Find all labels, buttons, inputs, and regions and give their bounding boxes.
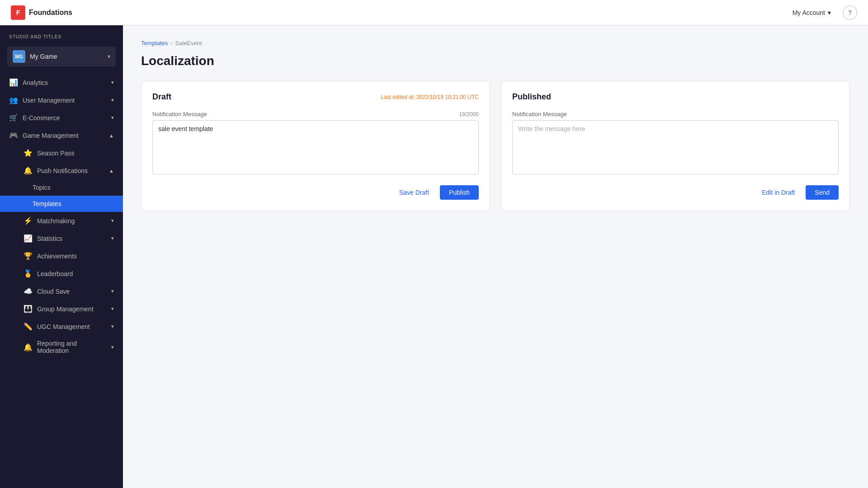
draft-field-label-row: Notification Message 19/2000 [152, 111, 479, 117]
draft-panel: Draft Last edited at: 2022/10/19 10:21:0… [141, 81, 490, 211]
logo-text: Foundations [29, 9, 72, 17]
statistics-arrow-icon: ▾ [111, 235, 114, 241]
published-panel: Published Notification Message Edit in D… [501, 81, 850, 211]
achievements-icon: 🏆 [24, 252, 32, 260]
draft-last-edited: Last edited at: 2022/10/19 10:21:00 UTC [381, 94, 479, 100]
account-chevron-icon: ▾ [828, 9, 831, 16]
sidebar-item-group-management[interactable]: 👪 Group Management ▾ [0, 300, 123, 318]
user-management-arrow-icon: ▾ [111, 97, 114, 103]
edit-in-draft-button[interactable]: Edit in Draft [756, 185, 800, 200]
ugc-management-icon: ✏️ [24, 322, 32, 331]
group-management-arrow-icon: ▾ [111, 306, 114, 312]
ecommerce-arrow-icon: ▾ [111, 115, 114, 121]
draft-panel-header: Draft Last edited at: 2022/10/19 10:21:0… [152, 92, 479, 102]
sidebar-item-statistics[interactable]: 📈 Statistics ▾ [0, 230, 123, 247]
app-body: STUDIO AND TITLES MG My Game ▾ 📊 Analyti… [0, 25, 868, 488]
published-field-label-row: Notification Message [512, 111, 839, 117]
sidebar-item-ecommerce-label: E-Commerce [23, 114, 60, 122]
sidebar-section-label: STUDIO AND TITLES [0, 25, 123, 43]
draft-notification-message-label: Notification Message [152, 111, 207, 117]
sidebar-item-push-notifications-label: Push Notifications [37, 167, 88, 174]
matchmaking-icon: ⚡ [24, 216, 32, 225]
sidebar-item-push-notifications[interactable]: 🔔 Push Notifications ▲ [0, 162, 123, 179]
sidebar-item-ecommerce[interactable]: 🛒 E-Commerce ▾ [0, 109, 123, 127]
reporting-icon: 🔔 [24, 343, 32, 352]
breadcrumb-current: SaleEvent [175, 40, 202, 47]
ecommerce-icon: 🛒 [9, 113, 17, 122]
published-message-textarea[interactable] [512, 120, 839, 174]
user-management-icon: 👥 [9, 96, 17, 104]
leaderboard-icon: 🥇 [24, 269, 32, 278]
sidebar-item-templates-label: Templates [33, 200, 61, 207]
sidebar-item-ugc-management-label: UGC Management [37, 323, 90, 330]
sidebar-item-analytics[interactable]: 📊 Analytics ▾ [0, 74, 123, 91]
ugc-management-arrow-icon: ▾ [111, 324, 114, 329]
page-title: Localization [141, 54, 850, 68]
sidebar-item-user-management[interactable]: 👥 User Management ▾ [0, 91, 123, 109]
sidebar-item-cloud-save-label: Cloud Save [37, 288, 70, 295]
game-management-arrow-icon: ▲ [109, 133, 114, 138]
sidebar-item-topics-label: Topics [33, 184, 51, 191]
sidebar-item-leaderboard[interactable]: 🥇 Leaderboard [0, 265, 123, 282]
cloud-save-arrow-icon: ▾ [111, 288, 114, 294]
sidebar-item-matchmaking[interactable]: ⚡ Matchmaking ▾ [0, 212, 123, 230]
analytics-icon: 📊 [9, 78, 17, 87]
sidebar-item-templates[interactable]: Templates [0, 196, 123, 212]
publish-button[interactable]: Publish [440, 185, 479, 200]
sidebar-item-reporting[interactable]: 🔔 Reporting and Moderation ▾ [0, 335, 123, 359]
sidebar-item-game-management-label: Game Management [23, 132, 79, 139]
topbar-left: F Foundations [11, 5, 72, 20]
push-notifications-icon: 🔔 [24, 166, 32, 175]
sidebar: STUDIO AND TITLES MG My Game ▾ 📊 Analyti… [0, 25, 123, 488]
sidebar-item-season-pass[interactable]: ⭐ Season Pass [0, 144, 123, 162]
game-name: My Game [30, 53, 103, 60]
reporting-arrow-icon: ▾ [111, 344, 114, 350]
game-management-icon: 🎮 [9, 131, 17, 140]
sidebar-item-leaderboard-label: Leaderboard [37, 270, 73, 277]
season-pass-icon: ⭐ [24, 149, 32, 157]
sidebar-item-cloud-save[interactable]: ☁️ Cloud Save ▾ [0, 282, 123, 300]
panels: Draft Last edited at: 2022/10/19 10:21:0… [141, 81, 850, 211]
sidebar-item-user-management-label: User Management [23, 97, 75, 104]
draft-message-textarea[interactable]: sale event template [152, 120, 479, 174]
game-selector[interactable]: MG My Game ▾ [7, 47, 116, 66]
sidebar-item-group-management-label: Group Management [37, 305, 94, 313]
sidebar-item-game-management[interactable]: 🎮 Game Management ▲ [0, 127, 123, 144]
published-panel-title: Published [512, 92, 551, 102]
draft-char-count: 19/2000 [459, 111, 479, 117]
help-button[interactable]: ? [843, 5, 857, 20]
matchmaking-arrow-icon: ▾ [111, 218, 114, 224]
push-notifications-arrow-icon: ▲ [109, 168, 114, 174]
sidebar-item-reporting-label: Reporting and Moderation [37, 340, 106, 354]
breadcrumb-separator: › [170, 40, 172, 47]
game-avatar: MG [13, 50, 25, 63]
breadcrumb: Templates › SaleEvent [141, 40, 850, 47]
sidebar-item-achievements[interactable]: 🏆 Achievements [0, 247, 123, 265]
logo-icon: F [11, 5, 25, 20]
sidebar-item-achievements-label: Achievements [37, 253, 77, 260]
analytics-arrow-icon: ▾ [111, 80, 114, 85]
breadcrumb-parent[interactable]: Templates [141, 40, 168, 47]
account-label: My Account [793, 9, 825, 16]
sidebar-item-topics[interactable]: Topics [0, 179, 123, 196]
topbar-right: My Account ▾ ? [788, 5, 857, 20]
sidebar-item-analytics-label: Analytics [23, 79, 48, 86]
main-content: Templates › SaleEvent Localization Draft… [123, 25, 868, 488]
draft-panel-title: Draft [152, 92, 171, 102]
sidebar-item-ugc-management[interactable]: ✏️ UGC Management ▾ [0, 318, 123, 335]
save-draft-button[interactable]: Save Draft [394, 185, 434, 200]
help-icon: ? [848, 9, 852, 16]
account-button[interactable]: My Account ▾ [788, 6, 835, 19]
published-panel-header: Published [512, 92, 839, 102]
statistics-icon: 📈 [24, 234, 32, 243]
group-management-icon: 👪 [24, 305, 32, 313]
topbar: F Foundations My Account ▾ ? [0, 0, 868, 25]
draft-panel-actions: Save Draft Publish [152, 185, 479, 200]
sidebar-item-matchmaking-label: Matchmaking [37, 217, 75, 225]
published-panel-actions: Edit in Draft Send [512, 185, 839, 200]
published-notification-message-label: Notification Message [512, 111, 567, 117]
sidebar-item-statistics-label: Statistics [37, 235, 62, 242]
cloud-save-icon: ☁️ [24, 287, 32, 296]
send-button[interactable]: Send [806, 185, 839, 200]
sidebar-item-season-pass-label: Season Pass [37, 150, 75, 157]
